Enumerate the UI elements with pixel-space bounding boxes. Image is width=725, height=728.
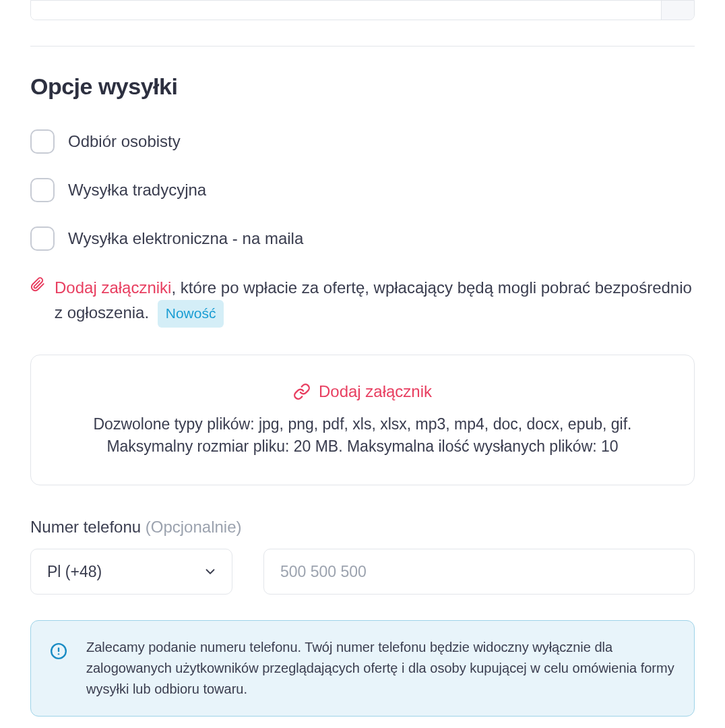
shipping-option-traditional: Wysyłka tradycyjna	[30, 178, 695, 202]
phone-label-text: Numer telefonu	[30, 518, 141, 536]
checkbox-electronic[interactable]	[30, 226, 55, 251]
info-icon	[50, 642, 67, 660]
new-badge: Nowość	[158, 300, 224, 328]
add-attachments-link[interactable]: Dodaj załączniki	[55, 278, 171, 297]
checkbox-label[interactable]: Wysyłka tradycyjna	[68, 181, 206, 200]
checkbox-label[interactable]: Wysyłka elektroniczna - na maila	[68, 229, 303, 248]
country-code-value: Pl (+48)	[47, 563, 102, 581]
country-code-select[interactable]: Pl (+48)	[30, 549, 232, 595]
shipping-option-personal-pickup: Odbiór osobisty	[30, 129, 695, 154]
add-attachment-label: Dodaj załącznik	[319, 382, 432, 401]
phone-input-row: Pl (+48)	[30, 549, 695, 595]
phone-info-banner: Zalecamy podanie numeru telefonu. Twój n…	[30, 620, 695, 717]
phone-field-label: Numer telefonu (Opcjonalnie)	[30, 518, 695, 537]
shipping-option-electronic: Wysyłka elektroniczna - na maila	[30, 226, 695, 251]
link-icon	[293, 383, 311, 400]
phone-optional-text: (Opcjonalnie)	[146, 518, 242, 536]
checkbox-personal-pickup[interactable]	[30, 129, 55, 154]
attachments-text: Dodaj załączniki, które po wpłacie za of…	[55, 275, 695, 328]
checkbox-traditional[interactable]	[30, 178, 55, 202]
quantity-input-row	[30, 0, 695, 20]
country-code-select-wrapper: Pl (+48)	[30, 549, 232, 595]
info-banner-text: Zalecamy podanie numeru telefonu. Twój n…	[86, 637, 675, 700]
add-attachment-button[interactable]: Dodaj załącznik	[293, 382, 432, 401]
quantity-input[interactable]	[31, 1, 661, 20]
paperclip-icon	[30, 276, 45, 293]
form-page: Opcje wysyłki Odbiór osobisty Wysyłka tr…	[0, 0, 725, 728]
phone-number-input[interactable]	[263, 549, 695, 595]
max-size-text: Maksymalny rozmiar pliku: 20 MB. Maksyma…	[51, 435, 674, 458]
checkbox-label[interactable]: Odbiór osobisty	[68, 132, 181, 151]
attachment-upload-box: Dodaj załącznik Dozwolone typy plików: j…	[30, 355, 695, 486]
attachments-note: Dodaj załączniki, które po wpłacie za of…	[30, 275, 695, 328]
quantity-suffix	[661, 1, 694, 20]
section-divider	[30, 46, 695, 47]
shipping-section-title: Opcje wysyłki	[30, 73, 695, 100]
allowed-types-text: Dozwolone typy plików: jpg, png, pdf, xl…	[51, 413, 674, 435]
